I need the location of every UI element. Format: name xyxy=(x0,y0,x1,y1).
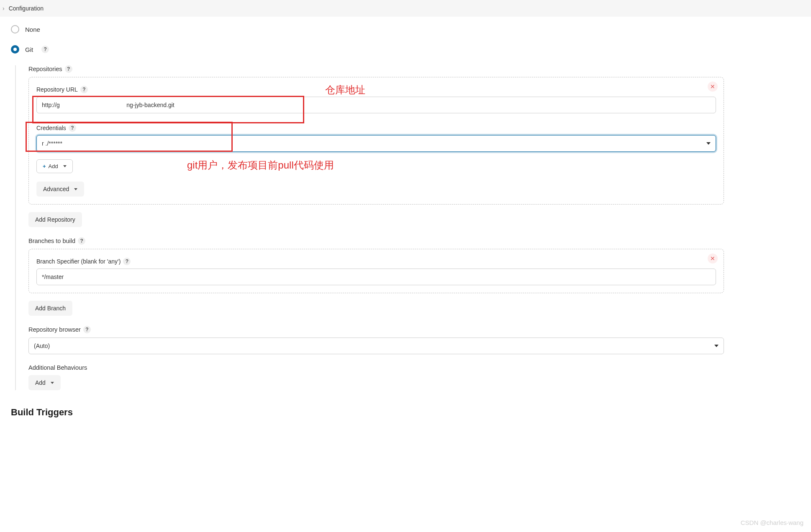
repo-browser-label: Repository browser ? xyxy=(28,326,724,333)
help-icon[interactable]: ? xyxy=(65,65,72,73)
help-icon[interactable]: ? xyxy=(41,46,49,53)
annotation-repo-url: 仓库地址 xyxy=(325,83,365,97)
chevron-down-icon xyxy=(51,382,54,384)
help-icon[interactable]: ? xyxy=(83,326,91,333)
repo-url-input[interactable] xyxy=(36,97,716,113)
breadcrumb: › Configuration xyxy=(0,0,811,17)
chevron-right-icon: › xyxy=(3,5,5,12)
radio-git-label: Git xyxy=(25,46,33,53)
help-icon[interactable]: ? xyxy=(69,124,76,132)
additional-add-button[interactable]: Add xyxy=(28,375,61,390)
close-icon[interactable]: ✕ xyxy=(708,253,718,263)
chevron-down-icon xyxy=(63,165,67,167)
chevron-down-icon xyxy=(714,345,719,347)
help-icon[interactable]: ? xyxy=(123,258,131,265)
radio-none[interactable] xyxy=(11,25,19,33)
annotation-credentials: git用户，发布项目前pull代码使用 xyxy=(187,159,334,172)
chevron-down-icon xyxy=(74,188,77,190)
breadcrumb-current[interactable]: Configuration xyxy=(9,5,44,12)
radio-none-label: None xyxy=(25,26,40,33)
advanced-button[interactable]: Advanced xyxy=(36,182,84,197)
help-icon[interactable]: ? xyxy=(80,86,88,93)
plus-icon: + xyxy=(43,163,46,169)
repo-url-label: Repository URL ? xyxy=(36,86,716,93)
credentials-label: Credentials ? xyxy=(36,124,716,132)
chevron-down-icon xyxy=(706,142,711,145)
additional-behaviours-label: Additional Behaviours xyxy=(28,364,724,371)
branch-block: ✕ Branch Specifier (blank for 'any') ? xyxy=(28,249,724,293)
add-credential-button[interactable]: + Add xyxy=(36,159,73,173)
repositories-title: Repositories ? xyxy=(28,65,724,73)
credentials-select[interactable]: r ./****** xyxy=(36,135,716,152)
branches-title: Branches to build ? xyxy=(28,237,724,245)
repo-browser-select[interactable]: (Auto) xyxy=(28,338,724,354)
branch-specifier-label: Branch Specifier (blank for 'any') ? xyxy=(36,258,716,265)
repository-block: ✕ Repository URL ? 仓库地址 Credentials ? r … xyxy=(28,77,724,205)
radio-git[interactable] xyxy=(11,45,19,54)
add-repository-button[interactable]: Add Repository xyxy=(28,212,82,227)
branch-specifier-input[interactable] xyxy=(36,269,716,285)
add-branch-button[interactable]: Add Branch xyxy=(28,301,72,316)
build-triggers-title: Build Triggers xyxy=(11,407,724,418)
help-icon[interactable]: ? xyxy=(78,237,85,245)
